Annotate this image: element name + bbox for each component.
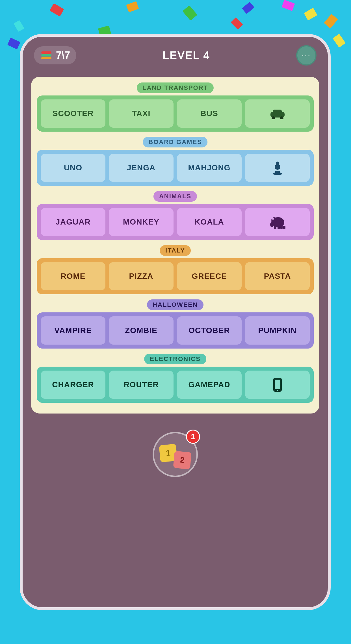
- tile-koala[interactable]: KOALA: [177, 208, 242, 236]
- phone-frame: 7\7 LEVEL 4 ··· LAND TRANSPORT SCOOTER T…: [20, 34, 331, 610]
- tile-monkey[interactable]: MONKEY: [109, 208, 174, 236]
- puzzle-button[interactable]: 1 2 1: [153, 432, 198, 477]
- category-land-transport: LAND TRANSPORT SCOOTER TAXI BUS: [37, 82, 314, 132]
- confetti-6: [304, 8, 317, 21]
- layers-icon: [40, 49, 53, 62]
- svg-rect-1: [41, 54, 51, 56]
- chess-icon: [272, 161, 283, 175]
- header: 7\7 LEVEL 4 ···: [23, 37, 328, 74]
- phone-icon: [272, 377, 283, 392]
- game-board: LAND TRANSPORT SCOOTER TAXI BUS: [31, 77, 319, 414]
- tile-jaguar[interactable]: JAGUAR: [41, 208, 105, 236]
- confetti-10: [324, 14, 338, 28]
- elephant-icon: [269, 214, 286, 230]
- confetti-13: [333, 34, 346, 48]
- svg-point-11: [276, 162, 279, 164]
- tile-zombie[interactable]: ZOMBIE: [109, 316, 174, 345]
- tile-pasta[interactable]: PASTA: [245, 262, 310, 290]
- tile-taxi[interactable]: TAXI: [109, 99, 174, 128]
- tile-pumpkin[interactable]: PUMPKIN: [245, 316, 310, 345]
- tile-vampire[interactable]: VAMPIRE: [41, 316, 105, 345]
- confetti-1: [49, 3, 64, 17]
- land-transport-row: SCOOTER TAXI BUS: [37, 95, 314, 132]
- tile-scooter[interactable]: SCOOTER: [41, 99, 105, 128]
- svg-rect-2: [41, 51, 51, 54]
- category-label-electronics: ELECTRONICS: [144, 354, 206, 364]
- puzzle-tile-2: 2: [173, 451, 191, 469]
- svg-rect-16: [278, 226, 280, 229]
- level-title: LEVEL 4: [162, 49, 210, 62]
- tile-router[interactable]: ROUTER: [109, 371, 174, 399]
- confetti-2: [126, 1, 139, 12]
- tile-pizza[interactable]: PIZZA: [109, 262, 174, 290]
- confetti-9: [231, 17, 243, 30]
- svg-rect-17: [280, 226, 283, 229]
- tile-charger[interactable]: CHARGER: [41, 371, 105, 399]
- tile-mahjong[interactable]: MAHJONG: [177, 154, 242, 182]
- bottom-area: 1 2 1: [23, 419, 328, 490]
- category-label-animals: ANIMALS: [153, 191, 197, 202]
- category-halloween: HALLOWEEN VAMPIRE ZOMBIE OCTOBER PUMPKIN: [37, 299, 314, 349]
- svg-rect-8: [275, 171, 280, 174]
- svg-rect-0: [41, 57, 51, 59]
- confetti-5: [281, 0, 295, 11]
- score-display: 7\7: [56, 49, 70, 61]
- category-label-board-games: BOARD GAMES: [143, 137, 207, 147]
- halloween-row: VAMPIRE ZOMBIE OCTOBER PUMPKIN: [37, 312, 314, 349]
- notification-badge: 1: [186, 430, 200, 444]
- tile-car-icon[interactable]: [245, 99, 310, 128]
- confetti-7: [14, 20, 24, 32]
- electronics-row: CHARGER ROUTER GAMEPAD: [37, 367, 314, 403]
- menu-dots-icon: ···: [302, 51, 311, 60]
- category-label-land-transport: LAND TRANSPORT: [137, 82, 214, 93]
- svg-rect-18: [283, 226, 285, 229]
- tile-phone-icon[interactable]: [245, 371, 310, 399]
- tile-jenga[interactable]: JENGA: [109, 154, 174, 182]
- category-italy: ITALY ROME PIZZA GREECE PASTA: [37, 245, 314, 294]
- tile-gamepad[interactable]: GAMEPAD: [177, 371, 242, 399]
- svg-point-22: [277, 390, 278, 391]
- category-electronics: ELECTRONICS CHARGER ROUTER GAMEPAD: [37, 354, 314, 403]
- confetti-4: [242, 2, 254, 14]
- category-board-games: BOARD GAMES UNO JENGA MAHJONG: [37, 137, 314, 186]
- confetti-3: [183, 5, 198, 21]
- menu-button[interactable]: ···: [296, 45, 317, 66]
- tile-bus[interactable]: BUS: [177, 99, 242, 128]
- tile-rome[interactable]: ROME: [41, 262, 105, 290]
- category-label-halloween: HALLOWEEN: [147, 299, 203, 310]
- score-badge: 7\7: [34, 46, 76, 64]
- confetti-11: [7, 38, 20, 49]
- car-icon: [270, 108, 285, 119]
- svg-rect-21: [275, 380, 280, 389]
- tile-chess-icon[interactable]: [245, 154, 310, 182]
- category-label-italy: ITALY: [160, 245, 191, 256]
- tile-october[interactable]: OCTOBER: [177, 316, 242, 345]
- svg-rect-4: [273, 110, 282, 114]
- tile-elephant-icon[interactable]: [245, 208, 310, 236]
- svg-rect-15: [274, 226, 276, 229]
- board-games-row: UNO JENGA MAHJONG: [37, 150, 314, 186]
- svg-point-19: [272, 218, 274, 220]
- animals-row: JAGUAR MONKEY KOALA: [37, 204, 314, 240]
- tile-uno[interactable]: UNO: [41, 154, 105, 182]
- italy-row: ROME PIZZA GREECE PASTA: [37, 258, 314, 294]
- tile-greece[interactable]: GREECE: [177, 262, 242, 290]
- category-animals: ANIMALS JAGUAR MONKEY KOALA: [37, 191, 314, 240]
